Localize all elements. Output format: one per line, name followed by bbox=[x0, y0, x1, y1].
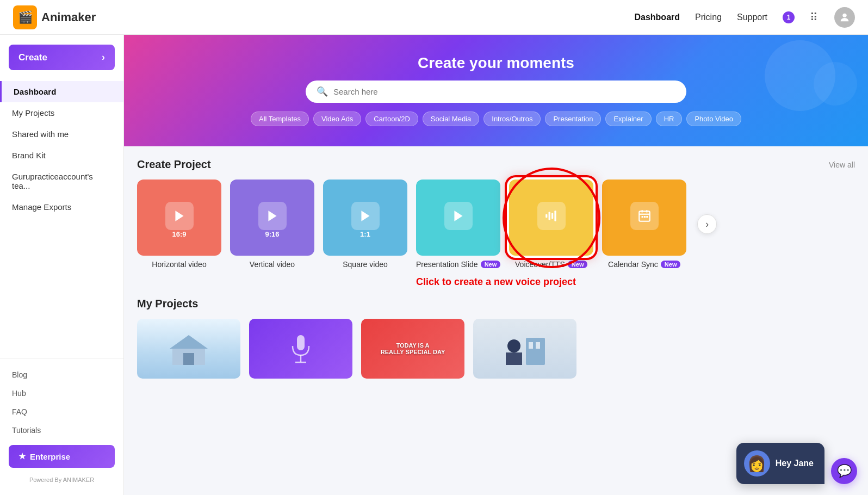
sidebar-item-sharedwithme[interactable]: Shared with me bbox=[0, 123, 123, 145]
new-badge-presentation: New bbox=[481, 261, 501, 268]
ratio-vertical: 9:16 bbox=[265, 230, 279, 238]
hero-title: Create your moments bbox=[137, 54, 855, 72]
new-badge-calendar: New bbox=[661, 261, 681, 268]
notification-badge[interactable]: 1 bbox=[783, 11, 795, 23]
project-card-presentation[interactable] bbox=[416, 180, 500, 256]
sidebar-item-blog[interactable]: Blog bbox=[0, 366, 123, 384]
svg-rect-7 bbox=[551, 213, 553, 219]
tag-intros[interactable]: Intros/Outros bbox=[483, 112, 541, 126]
star-icon: ★ bbox=[18, 451, 26, 461]
enterprise-button[interactable]: ★ Enterprise bbox=[9, 445, 115, 468]
tag-video-ads[interactable]: Video Ads bbox=[313, 112, 361, 126]
hero-banner: Create your moments 🔍 All Templates Vide… bbox=[124, 35, 868, 146]
create-project-title: Create Project bbox=[137, 158, 211, 171]
svg-rect-26 bbox=[536, 342, 540, 349]
project-thumb-house[interactable] bbox=[137, 319, 240, 379]
thumb-birthday-content: TODAY IS AREALLY SPECIAL DAY bbox=[361, 319, 464, 379]
svg-rect-24 bbox=[526, 338, 545, 365]
create-arrow-icon: › bbox=[102, 52, 105, 63]
tag-social-media[interactable]: Social Media bbox=[423, 112, 479, 126]
project-thumb-house2[interactable] bbox=[473, 319, 576, 379]
play-icon-presentation bbox=[444, 202, 473, 230]
sidebar-item-dashboard[interactable]: Dashboard bbox=[0, 81, 123, 102]
hey-jane-label: Hey Jane bbox=[776, 459, 814, 468]
main-content: Create your moments 🔍 All Templates Vide… bbox=[124, 35, 868, 495]
powered-by-text: Powered By ANIMAKER bbox=[0, 473, 123, 488]
thumb-purple-content bbox=[249, 319, 352, 379]
tag-presentation[interactable]: Presentation bbox=[545, 112, 601, 126]
project-thumb-birthday[interactable]: TODAY IS AREALLY SPECIAL DAY bbox=[361, 319, 464, 379]
create-project-header: Create Project View all bbox=[137, 158, 855, 171]
play-icon-vertical bbox=[258, 202, 287, 230]
sidebar-item-faq[interactable]: FAQ bbox=[0, 403, 123, 421]
project-card-calendar[interactable] bbox=[602, 180, 686, 256]
card-label-presentation: Presentation Slide New bbox=[416, 260, 500, 269]
hero-tag-list: All Templates Video Ads Cartoon/2D Socia… bbox=[137, 112, 855, 126]
svg-rect-18 bbox=[183, 353, 194, 365]
topnav-right: Dashboard Pricing Support 1 ⠿ bbox=[634, 7, 855, 28]
card-wrapper-calendar: Calendar Sync New bbox=[602, 180, 686, 269]
chat-widget[interactable]: 💬 bbox=[831, 458, 857, 484]
thumb-house2-content bbox=[473, 319, 576, 379]
tag-all-templates[interactable]: All Templates bbox=[251, 112, 309, 126]
hero-search-bar[interactable]: 🔍 bbox=[306, 81, 686, 103]
svg-rect-15 bbox=[646, 216, 648, 218]
project-cards-row: 16:9 Horizontal video 9:16 Vertical vide… bbox=[137, 180, 855, 269]
sidebar-item-tutorials[interactable]: Tutorials bbox=[0, 421, 123, 440]
svg-rect-13 bbox=[641, 216, 643, 218]
sidebar-item-manageexports[interactable]: Manage Exports bbox=[0, 196, 123, 218]
nav-support[interactable]: Support bbox=[737, 13, 767, 22]
svg-point-0 bbox=[842, 13, 846, 17]
apps-grid-icon[interactable]: ⠿ bbox=[810, 11, 819, 24]
nav-pricing[interactable]: Pricing bbox=[695, 13, 722, 22]
nav-dashboard[interactable]: Dashboard bbox=[634, 13, 680, 22]
svg-rect-19 bbox=[297, 335, 305, 350]
chat-widget-icon: 💬 bbox=[837, 464, 852, 478]
svg-rect-8 bbox=[554, 211, 556, 221]
card-wrapper-square: 1:1 Square video bbox=[323, 180, 407, 269]
callout-text: Click to create a new voice project bbox=[137, 276, 855, 288]
tag-explainer[interactable]: Explainer bbox=[605, 112, 651, 126]
logo-icon: 🎬 bbox=[13, 5, 37, 29]
hey-jane-bubble[interactable]: 👩 Hey Jane bbox=[736, 443, 824, 484]
svg-marker-17 bbox=[170, 335, 208, 349]
card-label-calendar: Calendar Sync New bbox=[608, 260, 680, 269]
tag-cartoon[interactable]: Cartoon/2D bbox=[365, 112, 418, 126]
my-projects-header: My Projects bbox=[137, 298, 855, 310]
play-icon-horizontal bbox=[165, 202, 194, 230]
avatar[interactable] bbox=[834, 7, 855, 28]
card-wrapper-presentation: Presentation Slide New bbox=[416, 180, 500, 269]
svg-rect-6 bbox=[548, 212, 550, 220]
svg-rect-14 bbox=[644, 216, 646, 218]
next-cards-button[interactable]: › bbox=[697, 214, 717, 234]
project-thumb-purple[interactable] bbox=[249, 319, 352, 379]
card-label-vertical: Vertical video bbox=[250, 260, 295, 269]
card-label-horizontal: Horizontal video bbox=[152, 260, 206, 269]
project-card-vertical[interactable]: 9:16 bbox=[230, 180, 314, 256]
card-wrapper-horizontal: 16:9 Horizontal video bbox=[137, 180, 221, 269]
svg-rect-25 bbox=[529, 342, 533, 349]
svg-point-22 bbox=[507, 339, 520, 352]
project-card-square[interactable]: 1:1 bbox=[323, 180, 407, 256]
ratio-horizontal: 16:9 bbox=[172, 230, 186, 238]
project-card-horizontal[interactable]: 16:9 bbox=[137, 180, 221, 256]
sidebar-item-myprojects[interactable]: My Projects bbox=[0, 102, 123, 123]
project-card-voiceover[interactable] bbox=[509, 180, 593, 256]
new-badge-voiceover: New bbox=[568, 261, 588, 268]
search-input[interactable] bbox=[333, 87, 675, 96]
view-all-link[interactable]: View all bbox=[829, 160, 855, 169]
tag-hr[interactable]: HR bbox=[656, 112, 683, 126]
search-icon: 🔍 bbox=[317, 86, 328, 97]
sidebar-item-brandkit[interactable]: Brand Kit bbox=[0, 145, 123, 166]
my-projects-title: My Projects bbox=[137, 298, 198, 310]
logo[interactable]: 🎬 Animaker bbox=[13, 5, 96, 29]
projects-grid: TODAY IS AREALLY SPECIAL DAY bbox=[137, 319, 855, 379]
my-projects-section: My Projects bbox=[137, 298, 855, 379]
sidebar: Create › Dashboard My Projects Shared wi… bbox=[0, 35, 124, 495]
sidebar-item-team[interactable]: Gurupracticeaccount's tea... bbox=[0, 166, 123, 196]
topnav: 🎬 Animaker Dashboard Pricing Support 1 ⠿ bbox=[0, 0, 868, 35]
tag-photo-video[interactable]: Photo Video bbox=[686, 112, 741, 126]
sidebar-item-hub[interactable]: Hub bbox=[0, 384, 123, 403]
create-button[interactable]: Create › bbox=[9, 45, 115, 70]
main-layout: Create › Dashboard My Projects Shared wi… bbox=[0, 35, 868, 495]
